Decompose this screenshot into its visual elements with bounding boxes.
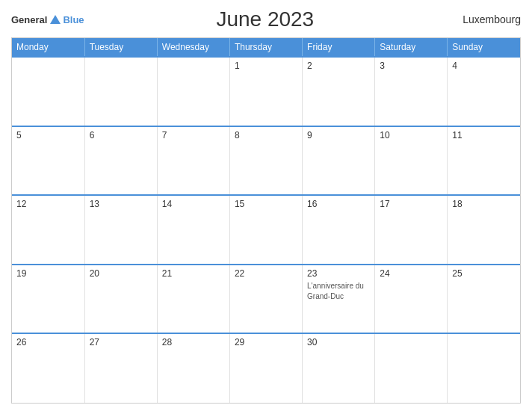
calendar-cell: 24 [375, 265, 448, 334]
calendar-cell: 13 [84, 195, 157, 265]
weekday-header: Tuesday [84, 38, 157, 57]
day-number: 11 [452, 130, 516, 140]
calendar-cell: 28 [157, 333, 229, 403]
calendar-cell: 5 [12, 126, 84, 196]
calendar-week-row: 567891011 [12, 126, 520, 196]
calendar-body: 1234567891011121314151617181920212223L'a… [12, 57, 520, 403]
calendar-cell: 8 [229, 126, 302, 196]
day-number: 12 [16, 199, 80, 209]
day-number: 10 [380, 130, 442, 140]
calendar-cell: 25 [448, 265, 520, 334]
calendar-cell: 16 [303, 195, 375, 265]
day-number: 29 [235, 337, 297, 347]
weekday-header: Thursday [229, 38, 302, 57]
calendar-cell: 14 [157, 195, 229, 265]
calendar-cell: 17 [375, 195, 448, 265]
day-number: 25 [452, 268, 516, 279]
calendar-cell: 10 [375, 126, 448, 196]
day-number: 4 [452, 61, 516, 71]
day-number: 13 [90, 199, 152, 209]
day-number: 2 [307, 61, 370, 71]
day-number: 21 [162, 268, 225, 279]
country-label: Luxembourg [446, 13, 521, 25]
day-number: 24 [380, 268, 442, 279]
day-number: 27 [90, 337, 152, 347]
calendar: MondayTuesdayWednesdayThursdayFridaySatu… [11, 37, 521, 404]
day-number: 5 [16, 130, 80, 140]
calendar-cell: 22 [229, 265, 302, 334]
day-number: 22 [235, 268, 297, 279]
day-number: 19 [16, 268, 80, 279]
weekday-header: Wednesday [157, 38, 229, 57]
calendar-cell [157, 57, 229, 126]
calendar-cell: 9 [303, 126, 375, 196]
weekday-header: Saturday [375, 38, 448, 57]
logo-triangle-icon [50, 15, 61, 24]
day-number: 30 [307, 337, 370, 347]
calendar-cell: 23L'anniversaire du Grand-Duc [303, 265, 375, 334]
calendar-cell: 12 [12, 195, 84, 265]
weekday-header: Friday [303, 38, 375, 57]
calendar-cell [12, 57, 84, 126]
calendar-cell: 6 [84, 126, 157, 196]
day-number: 14 [162, 199, 225, 209]
calendar-cell: 29 [229, 333, 302, 403]
calendar-cell: 15 [229, 195, 302, 265]
calendar-cell [84, 57, 157, 126]
calendar-cell: 18 [448, 195, 520, 265]
day-number: 9 [307, 130, 370, 140]
day-number: 3 [380, 61, 442, 71]
day-number: 7 [162, 130, 225, 140]
weekday-header: Monday [12, 38, 84, 57]
calendar-week-row: 12131415161718 [12, 195, 520, 265]
day-number: 26 [16, 337, 80, 347]
calendar-cell: 20 [84, 265, 157, 334]
calendar-cell [448, 333, 520, 403]
calendar-cell: 30 [303, 333, 375, 403]
day-number: 28 [162, 337, 225, 347]
day-number: 8 [235, 130, 297, 140]
calendar-title: June 2023 [84, 7, 446, 31]
calendar-cell: 11 [448, 126, 520, 196]
weekday-row: MondayTuesdayWednesdayThursdayFridaySatu… [12, 38, 520, 57]
calendar-header: MondayTuesdayWednesdayThursdayFridaySatu… [12, 38, 520, 57]
day-number: 17 [380, 199, 442, 209]
day-number: 1 [235, 61, 297, 71]
logo-general: General [11, 14, 47, 25]
logo-blue: Blue [63, 14, 84, 25]
day-number: 23 [307, 268, 370, 279]
calendar-cell: 2 [303, 57, 375, 126]
calendar-cell [375, 333, 448, 403]
day-number: 6 [90, 130, 152, 140]
calendar-cell: 26 [12, 333, 84, 403]
calendar-week-row: 2627282930 [12, 333, 520, 403]
calendar-week-row: 1234 [12, 57, 520, 126]
logo: General Blue [11, 14, 84, 25]
calendar-cell: 4 [448, 57, 520, 126]
calendar-cell: 27 [84, 333, 157, 403]
day-number: 15 [235, 199, 297, 209]
weekday-header: Sunday [448, 38, 520, 57]
calendar-cell: 21 [157, 265, 229, 334]
day-number: 16 [307, 199, 370, 209]
calendar-cell: 19 [12, 265, 84, 334]
calendar-cell: 3 [375, 57, 448, 126]
day-number: 20 [90, 268, 152, 279]
calendar-cell: 7 [157, 126, 229, 196]
calendar-cell: 1 [229, 57, 302, 126]
day-number: 18 [452, 199, 516, 209]
calendar-table: MondayTuesdayWednesdayThursdayFridaySatu… [12, 38, 520, 403]
calendar-week-row: 1920212223L'anniversaire du Grand-Duc242… [12, 265, 520, 334]
page: General Blue June 2023 Luxembourg Monday… [0, 0, 532, 411]
header: General Blue June 2023 Luxembourg [11, 7, 521, 31]
event-label: L'anniversaire du Grand-Duc [307, 282, 364, 300]
